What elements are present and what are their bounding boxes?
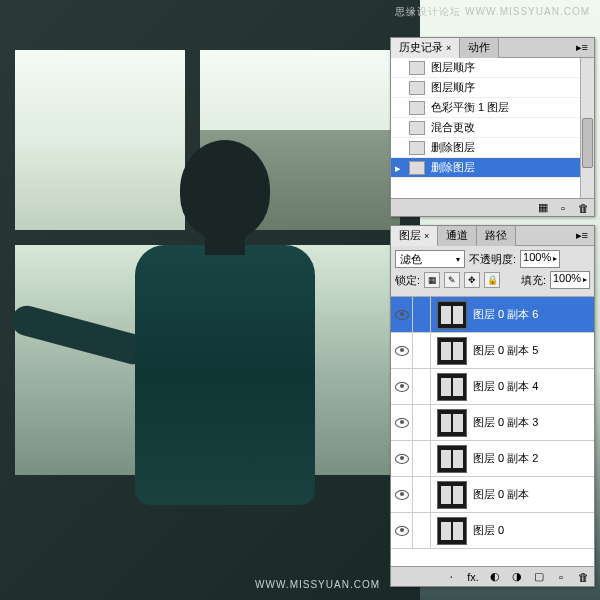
chevron-right-icon: ▸ — [553, 254, 557, 263]
history-item[interactable]: ▸删除图层 — [391, 158, 594, 178]
history-step-icon — [409, 61, 425, 75]
new-layer-icon[interactable]: ▫ — [554, 570, 568, 584]
adjustment-icon[interactable]: ◑ — [510, 570, 524, 584]
lock-position-icon[interactable]: ✥ — [464, 272, 480, 288]
history-footer: ▦ ▫ 🗑 — [391, 198, 594, 216]
history-label: 图层顺序 — [431, 80, 475, 95]
fx-icon[interactable]: fx. — [466, 570, 480, 584]
history-label: 图层顺序 — [431, 60, 475, 75]
visibility-toggle[interactable] — [391, 333, 413, 369]
layer-controls: 滤色▾ 不透明度: 100%▸ 锁定: ▦ ✎ ✥ 🔒 填充: 100%▸ — [391, 246, 594, 297]
watermark-bottom: WWW.MISSYUAN.COM — [255, 579, 380, 590]
opacity-label: 不透明度: — [469, 252, 516, 267]
layer-item[interactable]: 图层 0 副本 6 — [391, 297, 594, 333]
eye-icon — [395, 490, 409, 500]
group-icon[interactable]: ▢ — [532, 570, 546, 584]
link-layers-icon[interactable]: ⬝ — [444, 570, 458, 584]
layer-item[interactable]: 图层 0 副本 3 — [391, 405, 594, 441]
eye-icon — [395, 346, 409, 356]
layer-link-area[interactable] — [413, 477, 431, 513]
tab-layers[interactable]: 图层× — [391, 226, 438, 246]
history-list: 图层顺序 图层顺序 色彩平衡 1 图层 混合更改 删除图层 ▸删除图层 — [391, 58, 594, 198]
visibility-toggle[interactable] — [391, 405, 413, 441]
visibility-toggle[interactable] — [391, 297, 413, 333]
history-label: 删除图层 — [431, 160, 475, 175]
layer-thumbnail[interactable] — [437, 373, 467, 401]
tab-label: 路径 — [485, 228, 507, 243]
layer-thumbnail[interactable] — [437, 337, 467, 365]
lock-transparency-icon[interactable]: ▦ — [424, 272, 440, 288]
fill-value: 100% — [553, 272, 581, 284]
history-label: 删除图层 — [431, 140, 475, 155]
layer-name: 图层 0 副本 2 — [473, 451, 594, 466]
tab-label: 图层 — [399, 228, 421, 243]
layer-link-area[interactable] — [413, 405, 431, 441]
tab-channels[interactable]: 通道 — [438, 226, 477, 246]
scroll-thumb[interactable] — [582, 118, 593, 168]
layer-thumbnail[interactable] — [437, 409, 467, 437]
layer-link-area[interactable] — [413, 441, 431, 477]
trash-icon[interactable]: 🗑 — [576, 570, 590, 584]
history-panel: 历史记录× 动作 ▸≡ 图层顺序 图层顺序 色彩平衡 1 图层 混合更改 删除图… — [390, 37, 595, 217]
chevron-down-icon: ▾ — [456, 255, 460, 264]
layer-link-area[interactable] — [413, 369, 431, 405]
history-tab-bar: 历史记录× 动作 ▸≡ — [391, 38, 594, 58]
layers-panel: 图层× 通道 路径 ▸≡ 滤色▾ 不透明度: 100%▸ 锁定: ▦ ✎ ✥ 🔒… — [390, 225, 595, 587]
layer-thumbnail[interactable] — [437, 517, 467, 545]
chevron-right-icon: ▸ — [583, 275, 587, 284]
layer-item[interactable]: 图层 0 — [391, 513, 594, 549]
layers-footer: ⬝ fx. ◐ ◑ ▢ ▫ 🗑 — [391, 566, 594, 586]
visibility-toggle[interactable] — [391, 477, 413, 513]
layers-list: 图层 0 副本 6 图层 0 副本 5 图层 0 副本 4 图层 0 副本 3 … — [391, 297, 594, 567]
scrollbar[interactable] — [580, 58, 594, 198]
layer-thumbnail[interactable] — [437, 445, 467, 473]
eye-icon — [395, 382, 409, 392]
tab-history[interactable]: 历史记录× — [391, 38, 460, 58]
trash-icon[interactable]: 🗑 — [576, 201, 590, 215]
layer-link-area[interactable] — [413, 513, 431, 549]
new-state-icon[interactable]: ▫ — [556, 201, 570, 215]
history-item[interactable]: 图层顺序 — [391, 78, 594, 98]
panel-menu-icon[interactable]: ▸≡ — [570, 41, 594, 54]
fill-input[interactable]: 100%▸ — [550, 271, 590, 289]
layer-item[interactable]: 图层 0 副本 4 — [391, 369, 594, 405]
visibility-toggle[interactable] — [391, 441, 413, 477]
visibility-toggle[interactable] — [391, 369, 413, 405]
tab-actions[interactable]: 动作 — [460, 38, 499, 58]
layer-name: 图层 0 — [473, 523, 594, 538]
opacity-input[interactable]: 100%▸ — [520, 250, 560, 268]
history-item[interactable]: 删除图层 — [391, 138, 594, 158]
history-item[interactable]: 混合更改 — [391, 118, 594, 138]
lock-icons: ▦ ✎ ✥ 🔒 — [424, 272, 500, 288]
layer-item[interactable]: 图层 0 副本 2 — [391, 441, 594, 477]
layer-link-area[interactable] — [413, 297, 431, 333]
history-item[interactable]: 色彩平衡 1 图层 — [391, 98, 594, 118]
history-step-icon — [409, 81, 425, 95]
new-snapshot-icon[interactable]: ▦ — [536, 201, 550, 215]
close-icon[interactable]: × — [424, 231, 429, 241]
layers-tab-bar: 图层× 通道 路径 ▸≡ — [391, 226, 594, 246]
lock-all-icon[interactable]: 🔒 — [484, 272, 500, 288]
eye-icon — [395, 310, 409, 320]
mask-icon[interactable]: ◐ — [488, 570, 502, 584]
layer-item[interactable]: 图层 0 副本 — [391, 477, 594, 513]
history-step-icon — [409, 101, 425, 115]
history-label: 混合更改 — [431, 120, 475, 135]
history-item[interactable]: 图层顺序 — [391, 58, 594, 78]
layer-name: 图层 0 副本 3 — [473, 415, 594, 430]
blend-mode-dropdown[interactable]: 滤色▾ — [395, 250, 465, 268]
layer-thumbnail[interactable] — [437, 301, 467, 329]
eye-icon — [395, 418, 409, 428]
lock-pixels-icon[interactable]: ✎ — [444, 272, 460, 288]
visibility-toggle[interactable] — [391, 513, 413, 549]
layer-link-area[interactable] — [413, 333, 431, 369]
fill-label: 填充: — [521, 273, 546, 288]
eye-icon — [395, 526, 409, 536]
tab-paths[interactable]: 路径 — [477, 226, 516, 246]
panel-menu-icon[interactable]: ▸≡ — [570, 229, 594, 242]
layer-item[interactable]: 图层 0 副本 5 — [391, 333, 594, 369]
lock-label: 锁定: — [395, 273, 420, 288]
close-icon[interactable]: × — [446, 43, 451, 53]
tab-label: 通道 — [446, 228, 468, 243]
layer-thumbnail[interactable] — [437, 481, 467, 509]
